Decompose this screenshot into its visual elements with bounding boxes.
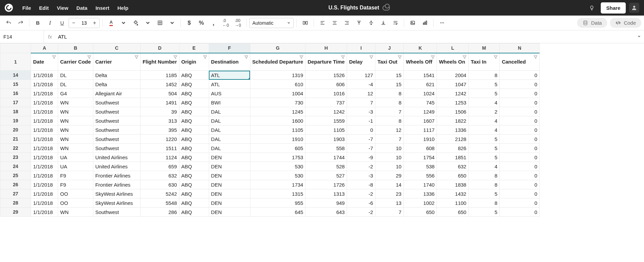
row-header-17[interactable]: 17 (0, 98, 31, 107)
menu-view[interactable]: View (53, 3, 72, 13)
table-header-cell[interactable]: Taxi Out (375, 53, 404, 71)
cell-A18[interactable]: 1/1/2018 (31, 107, 58, 116)
column-header-B[interactable]: B (58, 44, 93, 53)
table-header-cell[interactable]: Flight Number (140, 53, 179, 71)
cell-I16[interactable]: 12 (347, 89, 375, 98)
cell-J25[interactable]: 29 (375, 171, 404, 180)
cell-H29[interactable]: 643 (305, 208, 347, 217)
cell-N18[interactable]: 0 (500, 107, 540, 116)
column-header-N[interactable]: N (500, 44, 540, 53)
cell-F17[interactable]: BWI (209, 98, 250, 107)
cell-C26[interactable]: Frontier Airlines (93, 180, 140, 189)
cell-K26[interactable]: 1740 (404, 180, 437, 189)
cell-D26[interactable]: 630 (140, 180, 179, 189)
valign-top-button[interactable] (353, 17, 365, 29)
cell-M22[interactable]: 5 (469, 144, 500, 153)
cell-M14[interactable]: 8 (469, 71, 500, 80)
column-header-J[interactable]: J (375, 44, 404, 53)
cell-M26[interactable]: 8 (469, 180, 500, 189)
cell-C27[interactable]: SkyWest Airlines (93, 189, 140, 198)
cell-B21[interactable]: WN (58, 135, 93, 144)
fill-color-dropdown[interactable] (142, 17, 153, 29)
cell-I22[interactable]: -7 (347, 144, 375, 153)
column-header-L[interactable]: L (437, 44, 469, 53)
row-header-18[interactable]: 18 (0, 107, 31, 116)
cell-K22[interactable]: 608 (404, 144, 437, 153)
cell-J22[interactable]: 10 (375, 144, 404, 153)
cell-B27[interactable]: OO (58, 189, 93, 198)
app-logo[interactable] (5, 4, 13, 12)
cell-G25[interactable]: 530 (250, 171, 305, 180)
underline-button[interactable]: U (56, 17, 68, 29)
code-panel-chip[interactable]: Code (610, 18, 641, 28)
menu-file[interactable]: File (18, 3, 35, 13)
cell-D21[interactable]: 1220 (140, 135, 179, 144)
cell-I14[interactable]: 127 (347, 71, 375, 80)
share-button[interactable]: Share (601, 2, 626, 14)
cell-L25[interactable]: 650 (437, 171, 469, 180)
cell-N14[interactable]: 0 (500, 71, 540, 80)
cell-J27[interactable]: 23 (375, 189, 404, 198)
cell-I21[interactable]: -7 (347, 135, 375, 144)
column-header-D[interactable]: D (140, 44, 179, 53)
cell-I29[interactable]: -2 (347, 208, 375, 217)
align-left-button[interactable] (317, 17, 328, 29)
cell-H21[interactable]: 1903 (305, 135, 347, 144)
cell-E19[interactable]: ABQ (179, 116, 209, 125)
cell-F18[interactable]: DAL (209, 107, 250, 116)
cell-E18[interactable]: ABQ (179, 107, 209, 116)
cell-N23[interactable]: 0 (500, 153, 540, 162)
menu-data[interactable]: Data (72, 3, 92, 13)
cell-F22[interactable]: DAL (209, 144, 250, 153)
cell-K19[interactable]: 1607 (404, 116, 437, 125)
text-color-dropdown[interactable] (118, 17, 129, 29)
cell-N29[interactable]: 0 (500, 208, 540, 217)
cell-B19[interactable]: WN (58, 116, 93, 125)
valign-bottom-button[interactable] (377, 17, 389, 29)
cell-J20[interactable]: 12 (375, 125, 404, 135)
cell-B25[interactable]: F9 (58, 171, 93, 180)
data-panel-chip[interactable]: Data (577, 18, 607, 28)
cell-B24[interactable]: UA (58, 162, 93, 171)
cell-L23[interactable]: 1851 (437, 153, 469, 162)
cell-A25[interactable]: 1/1/2018 (31, 171, 58, 180)
row-header-28[interactable]: 28 (0, 198, 31, 208)
table-header-cell[interactable]: Destination (209, 53, 250, 71)
redo-button[interactable] (15, 17, 26, 29)
cell-D25[interactable]: 632 (140, 171, 179, 180)
cell-D17[interactable]: 1491 (140, 98, 179, 107)
cell-N26[interactable]: 0 (500, 180, 540, 189)
row-header-27[interactable]: 27 (0, 189, 31, 198)
cell-L18[interactable]: 1506 (437, 107, 469, 116)
cell-A22[interactable]: 1/1/2018 (31, 144, 58, 153)
menu-help[interactable]: Help (113, 3, 132, 13)
row-header-20[interactable]: 20 (0, 125, 31, 135)
cell-D27[interactable]: 5242 (140, 189, 179, 198)
undo-button[interactable] (3, 17, 14, 29)
cell-D20[interactable]: 395 (140, 125, 179, 135)
cell-D22[interactable]: 1511 (140, 144, 179, 153)
cell-N19[interactable]: 0 (500, 116, 540, 125)
cell-G17[interactable]: 730 (250, 98, 305, 107)
cell-K18[interactable]: 1249 (404, 107, 437, 116)
cell-I20[interactable]: 0 (347, 125, 375, 135)
cell-K15[interactable]: 621 (404, 80, 437, 89)
cell-E29[interactable]: ABQ (179, 208, 209, 217)
cell-E23[interactable]: ABQ (179, 153, 209, 162)
cell-L22[interactable]: 826 (437, 144, 469, 153)
cell-A24[interactable]: 1/1/2018 (31, 162, 58, 171)
column-header-H[interactable]: H (305, 44, 347, 53)
column-header-A[interactable]: A (31, 44, 58, 53)
cell-N20[interactable]: 0 (500, 125, 540, 135)
cell-I15[interactable]: -4 (347, 80, 375, 89)
cell-A19[interactable]: 1/1/2018 (31, 116, 58, 125)
row-header-15[interactable]: 15 (0, 80, 31, 89)
cell-H14[interactable]: 1526 (305, 71, 347, 80)
cell-M23[interactable]: 5 (469, 153, 500, 162)
cell-N24[interactable]: 0 (500, 162, 540, 171)
cell-L20[interactable]: 1336 (437, 125, 469, 135)
cell-I26[interactable]: -8 (347, 180, 375, 189)
cell-F25[interactable]: DEN (209, 171, 250, 180)
merge-cells-button[interactable] (299, 17, 311, 29)
cell-B14[interactable]: DL (58, 71, 93, 80)
